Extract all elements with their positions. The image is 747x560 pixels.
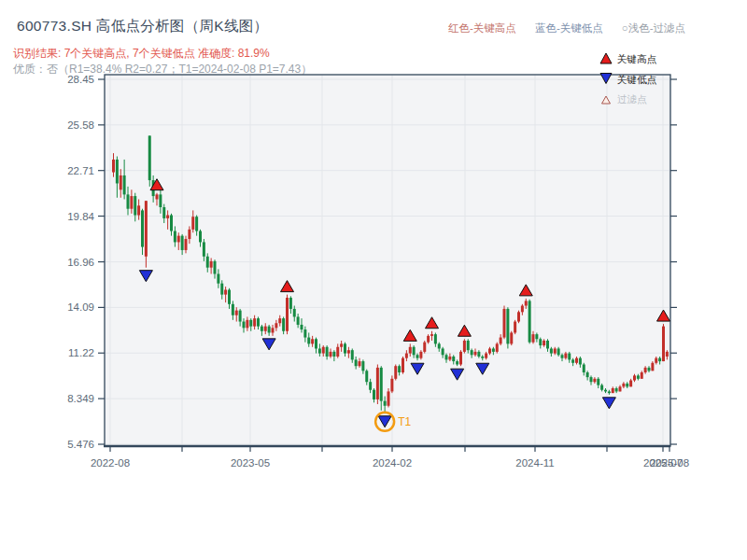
legend-item-label: 过滤点 bbox=[617, 93, 647, 105]
candlestick bbox=[351, 350, 354, 359]
candlestick bbox=[330, 352, 332, 357]
candlestick bbox=[318, 348, 321, 353]
candlestick bbox=[648, 368, 651, 371]
y-tick-label: 19.84 bbox=[67, 211, 94, 222]
candlestick bbox=[557, 348, 560, 355]
candlestick bbox=[619, 386, 622, 391]
candlestick bbox=[615, 388, 618, 391]
candlestick bbox=[423, 343, 426, 352]
candlestick bbox=[554, 348, 557, 353]
candlestick bbox=[622, 384, 625, 386]
candlestick bbox=[394, 366, 397, 379]
candlestick bbox=[485, 354, 487, 358]
candlestick bbox=[156, 194, 159, 199]
x-tick-label: 2024-02 bbox=[373, 457, 412, 469]
candlestick bbox=[546, 341, 549, 349]
candlestick bbox=[597, 379, 599, 385]
candlestick bbox=[137, 205, 140, 215]
candlestick bbox=[278, 318, 281, 323]
candlestick bbox=[322, 347, 325, 354]
candlestick bbox=[593, 379, 596, 382]
candlestick bbox=[641, 372, 643, 379]
x-tick-label: 2022-08 bbox=[91, 457, 130, 469]
candlestick bbox=[301, 325, 303, 329]
candlestick bbox=[268, 327, 271, 333]
candlestick bbox=[413, 347, 416, 356]
candlestick bbox=[583, 364, 585, 372]
candlestick bbox=[500, 338, 502, 344]
candlestick bbox=[600, 385, 603, 390]
candlestick bbox=[409, 347, 412, 354]
candlestick bbox=[571, 359, 574, 362]
candlestick bbox=[398, 366, 401, 372]
candlestick bbox=[246, 320, 248, 329]
candlestick bbox=[249, 320, 252, 327]
candlestick bbox=[561, 355, 564, 357]
candlestick bbox=[496, 343, 499, 352]
candlestick bbox=[297, 316, 300, 325]
x-tick-label: 2023-05 bbox=[231, 457, 270, 469]
candlestick bbox=[517, 312, 520, 321]
candlestick bbox=[264, 327, 267, 331]
candlestick bbox=[361, 361, 364, 371]
candlestick bbox=[120, 175, 122, 189]
candlestick bbox=[419, 352, 422, 358]
candlestick bbox=[438, 343, 441, 348]
candlestick bbox=[434, 334, 437, 343]
candlestick bbox=[286, 298, 289, 331]
candlestick bbox=[159, 194, 162, 207]
candlestick bbox=[384, 401, 387, 406]
candlestick bbox=[289, 298, 292, 309]
candlestick bbox=[134, 196, 136, 215]
y-tick-label: 8.349 bbox=[67, 393, 94, 404]
candlestick bbox=[127, 194, 130, 208]
candlestick bbox=[568, 354, 571, 360]
candlestick bbox=[243, 322, 246, 329]
candlestick bbox=[651, 363, 654, 371]
candlestick bbox=[471, 350, 473, 355]
candlestick bbox=[535, 334, 538, 339]
candlestick bbox=[188, 230, 190, 239]
candlestick bbox=[390, 379, 393, 392]
candlestick bbox=[206, 257, 209, 268]
candlestick bbox=[332, 352, 335, 357]
candlestick bbox=[347, 350, 350, 353]
kline-chart: 28.4525.5822.7119.8416.9614.0911.228.349… bbox=[0, 0, 747, 560]
candlestick bbox=[166, 216, 169, 218]
y-tick-label: 11.22 bbox=[68, 347, 94, 358]
candlestick bbox=[336, 347, 339, 357]
candlestick bbox=[293, 309, 296, 317]
candlestick bbox=[239, 311, 242, 322]
candlestick bbox=[492, 348, 495, 351]
candlestick bbox=[235, 311, 238, 315]
candlestick bbox=[141, 210, 144, 246]
candlestick bbox=[658, 358, 661, 361]
candlestick bbox=[525, 301, 528, 305]
candlestick bbox=[170, 216, 173, 231]
candlestick bbox=[644, 368, 647, 372]
candlestick bbox=[130, 196, 133, 209]
candlestick bbox=[232, 304, 234, 315]
candlestick bbox=[380, 368, 383, 401]
candlestick bbox=[181, 236, 184, 250]
candlestick bbox=[637, 375, 640, 378]
candlestick bbox=[452, 357, 455, 361]
candlestick bbox=[174, 231, 176, 243]
candlestick bbox=[514, 322, 516, 333]
candlestick bbox=[373, 390, 375, 399]
candlestick bbox=[521, 306, 524, 313]
candlestick bbox=[474, 352, 477, 355]
candlestick bbox=[344, 343, 346, 353]
candlestick bbox=[575, 358, 578, 363]
legend-item-label: 关键高点 bbox=[617, 53, 657, 64]
candlestick bbox=[307, 338, 310, 344]
candlestick bbox=[177, 236, 180, 243]
candlestick bbox=[261, 327, 263, 331]
candlestick bbox=[405, 354, 408, 358]
t1-label: T1 bbox=[398, 415, 411, 428]
candlestick bbox=[590, 377, 593, 382]
candlestick bbox=[272, 328, 275, 332]
candlestick bbox=[629, 381, 632, 387]
y-tick-label: 25.58 bbox=[67, 119, 94, 131]
plot-area bbox=[105, 75, 670, 446]
